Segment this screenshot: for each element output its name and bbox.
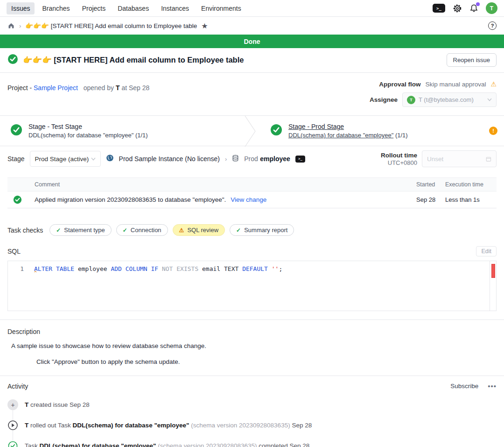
nav-tab-databases[interactable]: Databases: [113, 2, 154, 14]
activity-user: T: [25, 422, 28, 429]
status-banner: Done: [0, 35, 504, 48]
assignee-row: Assignee T T (t@bytebase.com): [370, 92, 497, 107]
check-success-icon: ✓: [236, 227, 241, 234]
lint-warning-marker: [491, 264, 495, 278]
check-connection[interactable]: ✓Connection: [116, 224, 168, 236]
stage-prod[interactable]: Stage - Prod Stage DDL(schema) for datab…: [256, 116, 504, 146]
issue-done-check-icon: [7, 54, 18, 66]
assignee-select[interactable]: T T (t@bytebase.com): [402, 92, 497, 107]
activity-date: Sep 28: [292, 422, 312, 429]
warning-triangle-icon: ⚠: [490, 80, 497, 88]
check-warning-icon: ⚠: [179, 227, 184, 234]
lint-caret-marker: ^: [34, 270, 37, 276]
sql-section: SQL Edit 1 ALTER TABLE employee ADD COLU…: [7, 246, 497, 311]
instance-name[interactable]: Prod Sample Instance (No license): [119, 155, 220, 163]
stage-test-check-icon: [10, 124, 22, 138]
breadcrumb-title: 👉👉👉 [START HERE] Add email column to Emp…: [25, 22, 197, 29]
description-section: Description A sample issue to showcase h…: [0, 320, 504, 369]
nav-tab-issues[interactable]: Issues: [7, 2, 35, 14]
row-started: Sep 28: [416, 196, 445, 203]
project-label: Project -: [7, 84, 32, 92]
project-link[interactable]: Sample Project: [34, 84, 78, 92]
sql-token: email TEXT: [202, 265, 242, 272]
activity-task: DDL(schema) for database "employee": [73, 422, 189, 429]
sql-label: SQL: [7, 248, 21, 255]
breadcrumb-separator: ›: [19, 22, 21, 29]
rollout-timezone: UTC+0800: [381, 159, 417, 166]
stage-test-subtitle: DDL(schema) for database "employee" (1/1…: [28, 132, 148, 139]
check-statement-type[interactable]: ✓Statement type: [49, 224, 112, 236]
sql-edit-button[interactable]: Edit: [476, 246, 497, 256]
user-avatar[interactable]: T: [486, 2, 497, 14]
nav-tab-projects[interactable]: Projects: [77, 2, 111, 14]
description-line: A sample issue to showcase how to review…: [7, 342, 497, 349]
nav-tab-instances[interactable]: Instances: [156, 2, 194, 14]
stage-prod-title[interactable]: Stage - Prod Stage: [288, 123, 408, 130]
table-header: Comment Started Execution time: [7, 177, 497, 192]
sql-header: SQL Edit: [7, 246, 497, 256]
sql-token: DEFAULT: [242, 265, 272, 272]
stage-select[interactable]: Prod Stage (active): [30, 151, 101, 167]
activity-suffix: completed: [259, 442, 287, 447]
star-icon[interactable]: ★: [201, 21, 208, 30]
assignee-avatar: T: [407, 96, 415, 104]
sql-token: ALTER TABLE: [34, 265, 78, 272]
editor-scrollbar[interactable]: [490, 261, 496, 311]
header-started: Started: [416, 181, 445, 188]
breadcrumb: › 👉👉👉 [START HERE] Add email column to E…: [0, 17, 504, 35]
nav-tab-environments[interactable]: Environments: [196, 2, 246, 14]
issue-sidebar-fields: Approval flow Skip manual approval ⚠ Ass…: [370, 80, 497, 107]
task-run-table: Comment Started Execution time Applied m…: [7, 177, 497, 208]
created-plus-icon: +: [7, 399, 18, 410]
sql-token: ADD COLUMN IF: [111, 265, 162, 272]
row-execution-time: Less than 1s: [445, 196, 497, 203]
check-sql-review[interactable]: ⚠SQL review: [173, 224, 225, 236]
rollout-time-input[interactable]: [427, 156, 486, 163]
reopen-issue-button[interactable]: Reopen issue: [447, 53, 497, 67]
activity-section: Activity Subscribe ••• + T created issue…: [0, 376, 504, 447]
activity-version: (schema version 20230928083635): [191, 422, 290, 429]
activity-item: Task DDL(schema) for database "employee"…: [7, 440, 497, 447]
help-icon[interactable]: ?: [488, 21, 497, 30]
rollout-labels: Rollout time UTC+0800: [381, 152, 417, 166]
stage-prod-subtitle: DDL(schema) for database "employee" (1/1…: [288, 132, 408, 139]
completed-check-icon: [7, 440, 18, 447]
database-link[interactable]: Prod employee: [244, 155, 290, 163]
more-options-icon[interactable]: •••: [488, 382, 497, 390]
home-icon[interactable]: [7, 22, 15, 29]
check-success-icon: ✓: [56, 227, 61, 234]
activity-header: Activity Subscribe •••: [7, 382, 497, 390]
nav-tabs: Issues Branches Projects Databases Insta…: [7, 2, 246, 14]
notification-bell-icon[interactable]: [469, 4, 478, 13]
nav-tab-branches[interactable]: Branches: [37, 2, 74, 14]
opened-by-user: T: [116, 84, 120, 92]
stage-select-label: Stage: [7, 155, 25, 163]
activity-text: T rolled out Task DDL(schema) for databa…: [25, 422, 312, 429]
open-sql-editor-icon[interactable]: >_: [295, 156, 305, 163]
approval-flow-row: Approval flow Skip manual approval ⚠: [379, 80, 497, 88]
db-name: employee: [260, 155, 290, 163]
table-row[interactable]: Applied migration version 20230928083635…: [7, 192, 497, 208]
sql-token: employee: [78, 265, 111, 272]
view-change-link[interactable]: View change: [231, 196, 266, 203]
stage-test-title: Stage - Test Stage: [28, 123, 148, 130]
activity-label: Activity: [7, 383, 28, 390]
check-label: Statement type: [64, 227, 105, 234]
database-icon: [232, 155, 239, 163]
sql-editor-terminal-icon[interactable]: >_: [433, 4, 445, 13]
check-success-icon: ✓: [123, 227, 127, 234]
top-nav: Issues Branches Projects Databases Insta…: [0, 0, 504, 17]
issue-header: 👉👉👉 [START HERE] Add email column to Emp…: [0, 48, 504, 72]
sql-editor[interactable]: 1 ALTER TABLE employee ADD COLUMN IF NOT…: [7, 261, 497, 311]
opened-by-prefix: opened by: [84, 84, 114, 92]
approval-flow-label: Approval flow: [379, 81, 420, 88]
rollout-time-group: Rollout time UTC+0800: [381, 150, 497, 167]
activity-action: created issue: [30, 401, 68, 408]
activity-date: Sep 28: [70, 401, 90, 408]
gear-icon[interactable]: [453, 4, 462, 13]
check-summary-report[interactable]: ✓Summary report: [230, 224, 294, 236]
subscribe-button[interactable]: Subscribe: [450, 383, 478, 390]
stage-prod-task-link[interactable]: DDL(schema) for database "employee": [288, 132, 393, 139]
issue-meta: Project - Sample Project opened by T at …: [0, 73, 504, 110]
stage-test[interactable]: Stage - Test Stage DDL(schema) for datab…: [0, 116, 244, 146]
